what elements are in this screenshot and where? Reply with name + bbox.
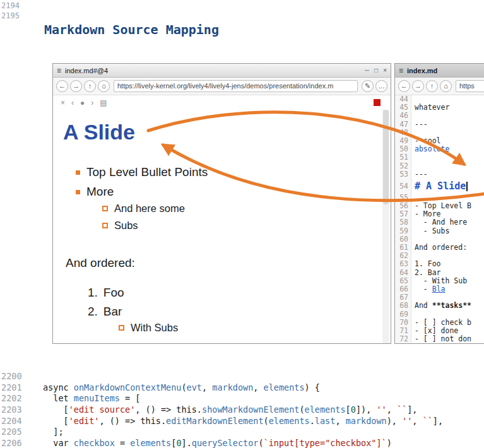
bullet-text: And here some (114, 203, 185, 215)
close-icon[interactable]: × (61, 98, 65, 107)
editor-line-number: 69 (395, 310, 411, 319)
up-button[interactable]: ↑ (84, 80, 96, 92)
editor-line[interactable]: 59 - Subs (395, 227, 484, 235)
url-input[interactable]: https://lively-kernel.org/lively4/lively… (114, 80, 358, 92)
ordered-text: Foo (103, 286, 124, 300)
print-icon[interactable]: ▤ (100, 98, 107, 107)
sub-bullet-item: Subs (102, 220, 138, 232)
code-line-text: var checkbox = elements[0].querySelector… (43, 438, 392, 448)
forward-button[interactable]: → (70, 80, 82, 92)
back-button[interactable]: ← (398, 80, 410, 92)
editor-line-number: 53 (395, 170, 411, 179)
editor-line-number: 70 (395, 319, 411, 327)
editor-line-number: 51 (395, 153, 411, 162)
editor-line[interactable]: 45whatever (395, 103, 484, 112)
section-heading: Markdown Source Mapping (44, 22, 219, 37)
edit-button[interactable]: ✎ (362, 80, 374, 92)
close-button[interactable]: × (383, 68, 387, 74)
editor-line[interactable]: 46 (395, 112, 484, 120)
menu-icon[interactable]: ≡ (399, 66, 403, 75)
editor-line-text: absolute (411, 145, 449, 153)
bullet-square-icon (76, 170, 80, 175)
slide-dot-icon[interactable]: ● (80, 98, 85, 107)
forward-button[interactable]: → (412, 80, 424, 92)
ordered-number: 1. (88, 286, 98, 300)
more-options-button[interactable]: … (375, 80, 387, 92)
code-line-number: 2204 (0, 416, 43, 427)
editor-line-number: 64 (395, 269, 411, 277)
back-button[interactable]: ← (56, 80, 68, 92)
code-line[interactable]: 2201async onMarkdownContextMenu(evt, mar… (0, 382, 484, 394)
editor-line-text (411, 153, 415, 162)
code-line-number: 2206 (0, 438, 43, 448)
code-line[interactable]: 2203 ['edit source', () => this.showMark… (0, 404, 484, 416)
minimize-button[interactable]: ─ (365, 68, 369, 74)
editor-line[interactable]: 66 - Bla (395, 285, 484, 293)
line-number: 2195 (1, 11, 20, 21)
code-line[interactable]: 2206 var checkbox = elements[0].querySel… (0, 438, 484, 448)
code-line-number: 2203 (0, 404, 43, 416)
bullet-text: With Subs (131, 322, 178, 334)
code-line-text: ['edit source', () => this.showMarkdownE… (43, 404, 417, 416)
editor-line[interactable]: 47--- (395, 121, 484, 129)
code-line[interactable]: 2200 (0, 371, 484, 382)
prev-slide-icon[interactable]: ‹ (71, 98, 74, 107)
bullet-item: More (76, 185, 114, 199)
next-slide-icon[interactable]: › (91, 98, 93, 107)
maximize-button[interactable]: □ (374, 68, 378, 74)
editor-line-text: --- (411, 170, 428, 179)
source-editor-lines[interactable]: 4445whatever4647---4849- cool50absolute5… (395, 95, 484, 343)
editor-line[interactable]: 50absolute (395, 145, 484, 153)
ordered-number: 2. (88, 305, 98, 319)
bullet-text: More (86, 185, 114, 199)
bullet-square-icon (76, 190, 80, 194)
recording-indicator[interactable] (374, 99, 381, 106)
editor-line-text: whatever (411, 103, 449, 112)
home-button[interactable]: ⌂ (440, 80, 452, 92)
editor-line-number: 58 (395, 218, 411, 227)
editor-line-number: 48 (395, 129, 411, 137)
ordered-item: 1. Foo (88, 286, 124, 300)
rendered-markdown-window: ≡ index.md#@4 ─ □ × ← → ↑ ⌂ https://live… (52, 63, 391, 344)
bullet-square-outline-icon (102, 206, 108, 211)
menu-icon[interactable]: ≡ (57, 66, 61, 75)
editor-line-number: 63 (395, 260, 411, 268)
up-button[interactable]: ↑ (426, 80, 438, 92)
home-button[interactable]: ⌂ (98, 80, 110, 92)
editor-line[interactable]: 72- [ ] not don (395, 335, 484, 343)
editor-line-text: # A Slide (411, 179, 468, 194)
editor-line[interactable]: 53--- (395, 170, 484, 179)
ordered-list-intro: And ordered: (66, 256, 135, 270)
bullet-square-outline-icon (119, 325, 124, 331)
code-line-number: 2205 (0, 427, 43, 438)
code-line-number: 2201 (0, 382, 43, 394)
editor-line[interactable]: 68And **tasks** (395, 302, 484, 310)
sub-bullet-item: And here some (102, 203, 185, 215)
outer-code-editor[interactable]: 22002201async onMarkdownContextMenu(evt,… (0, 371, 484, 448)
code-line[interactable]: 2204 ['edit', () => this.editMarkdownEle… (0, 416, 484, 427)
scrollbar-thumb[interactable] (383, 110, 389, 204)
editor-line-text: And **tasks** (411, 302, 471, 310)
editor-line[interactable]: 61And ordered: (395, 244, 484, 252)
page: 2194 2195 Markdown Source Mapping ≡ inde… (0, 0, 484, 448)
ordered-text: Bar (103, 305, 122, 319)
text-cursor (466, 182, 468, 191)
url-input[interactable]: https (456, 80, 484, 92)
scrollbar[interactable] (382, 110, 389, 343)
presentation-toolbar-icons: ×‹●›▤ (61, 98, 107, 107)
editor-line[interactable]: 51 (395, 153, 484, 162)
editor-line-number: 68 (395, 302, 411, 310)
bullet-text: Subs (114, 220, 138, 232)
window-title: index.md (407, 67, 484, 74)
editor-line[interactable]: 54# A Slide (395, 179, 484, 194)
editor-line-number: 72 (395, 335, 411, 343)
ordered-item: 2. Bar (88, 305, 122, 319)
editor-line[interactable]: 52 (395, 162, 484, 170)
browser-toolbar: ← → ↑ ⌂ https://lively-kernel.org/lively… (53, 78, 391, 95)
editor-line-text: - Bla (411, 285, 445, 293)
window-titlebar[interactable]: ≡ index.md (395, 64, 484, 78)
code-line[interactable]: 2202 let menuItems = [ (0, 393, 484, 404)
editor-line-number: 46 (395, 112, 411, 120)
code-line[interactable]: 2205 ]; (0, 427, 484, 438)
window-titlebar[interactable]: ≡ index.md#@4 ─ □ × (53, 64, 391, 78)
